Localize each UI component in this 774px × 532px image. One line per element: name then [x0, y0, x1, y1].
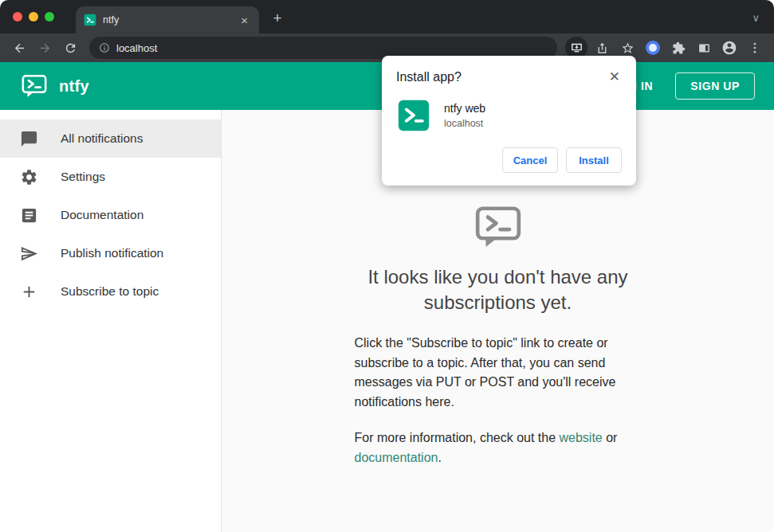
sidebar-item-label: Publish notification — [61, 246, 163, 260]
puzzle-icon — [672, 41, 686, 55]
more-info-or-text: or — [603, 431, 618, 444]
sidebar-item-subscribe-to-topic[interactable]: Subscribe to topic — [0, 272, 221, 311]
book-icon — [20, 206, 38, 225]
tab-close-icon[interactable]: × — [238, 13, 251, 28]
empty-state-links-paragraph: For more information, check out the webs… — [355, 428, 642, 468]
chat-bubble-icon — [20, 130, 38, 148]
sidebar-item-label: Subscribe to topic — [61, 284, 159, 299]
kebab-menu-icon: ⋮ — [749, 41, 761, 55]
ntfy-empty-logo-icon — [355, 202, 642, 252]
back-button[interactable] — [8, 37, 30, 59]
share-icon — [595, 41, 609, 55]
install-popup-app-origin: localhost — [444, 118, 485, 129]
sidebar-item-label: All notifications — [61, 131, 143, 146]
install-popup-app-name: ntfy web — [444, 102, 485, 115]
minimize-window-button[interactable] — [29, 12, 38, 22]
side-panel-button[interactable] — [693, 37, 715, 59]
install-popup-header: Install app? ✕ — [396, 68, 622, 85]
forward-arrow-icon — [38, 41, 52, 55]
sidebar-item-label: Settings — [61, 170, 105, 184]
sign-up-button[interactable]: SIGN UP — [675, 72, 755, 100]
sidebar-item-settings[interactable]: Settings — [0, 158, 221, 196]
website-link[interactable]: website — [560, 431, 603, 444]
send-icon — [20, 244, 38, 263]
new-tab-button[interactable]: + — [267, 7, 288, 28]
sidebar-item-documentation[interactable]: Documentation — [0, 196, 221, 234]
forward-button[interactable] — [33, 37, 56, 59]
documentation-link[interactable]: documentation — [355, 451, 438, 464]
browser-menu-button[interactable]: ⋮ — [744, 37, 766, 59]
sidebar-item-publish-notification[interactable]: Publish notification — [0, 234, 221, 272]
side-panel-icon — [697, 41, 711, 55]
profile-avatar[interactable] — [718, 37, 741, 59]
tab-title: ntfy — [103, 14, 231, 25]
empty-state-heading: It looks like you don't have any subscri… — [355, 264, 642, 316]
extension-badge-icon[interactable] — [646, 41, 660, 55]
gear-icon — [20, 168, 38, 186]
install-popup-app-texts: ntfy web localhost — [444, 102, 485, 129]
back-arrow-icon — [13, 41, 26, 55]
sidebar: All notifications Settings Documentation… — [0, 110, 222, 532]
browser-tab-ntfy[interactable]: ntfy × — [76, 6, 259, 33]
star-icon — [621, 41, 635, 55]
cancel-button[interactable]: Cancel — [502, 147, 558, 173]
browser-window: ntfy × + ∨ localhost — [0, 0, 774, 532]
site-info-icon[interactable] — [99, 42, 110, 53]
tab-search-chevron-icon[interactable]: ∨ — [752, 12, 760, 24]
more-info-text: For more information, check out the — [355, 431, 560, 444]
brand-title: ntfy — [59, 77, 89, 96]
window-controls — [13, 12, 54, 22]
install-popup-actions: Cancel Install — [396, 147, 622, 173]
sidebar-item-all-notifications[interactable]: All notifications — [0, 119, 221, 158]
install-popup-close-icon[interactable]: ✕ — [607, 68, 622, 85]
extensions-button[interactable] — [667, 37, 690, 59]
install-app-icon — [570, 41, 583, 55]
empty-state: It looks like you don't have any subscri… — [355, 202, 642, 468]
more-info-period: . — [438, 451, 441, 464]
sidebar-item-label: Documentation — [61, 208, 143, 222]
ntfy-app-icon — [398, 100, 430, 131]
close-window-button[interactable] — [13, 12, 22, 22]
install-popup-app-row: ntfy web localhost — [398, 100, 622, 131]
plus-icon — [20, 283, 38, 301]
url-text: localhost — [116, 42, 157, 54]
person-icon — [721, 40, 737, 56]
install-app-popup: Install app? ✕ ntfy web localhost Cancel… — [382, 56, 636, 186]
install-popup-title: Install app? — [396, 68, 607, 84]
maximize-window-button[interactable] — [45, 12, 54, 22]
empty-state-paragraph: Click the "Subscribe to topic" link to c… — [355, 334, 642, 413]
ntfy-logo-icon — [21, 72, 48, 100]
install-button[interactable]: Install — [566, 147, 622, 173]
tab-favicon-ntfy-icon — [84, 14, 96, 26]
reload-icon — [64, 41, 77, 55]
tab-strip: ntfy × + ∨ — [0, 0, 774, 33]
reload-button[interactable] — [59, 37, 81, 59]
